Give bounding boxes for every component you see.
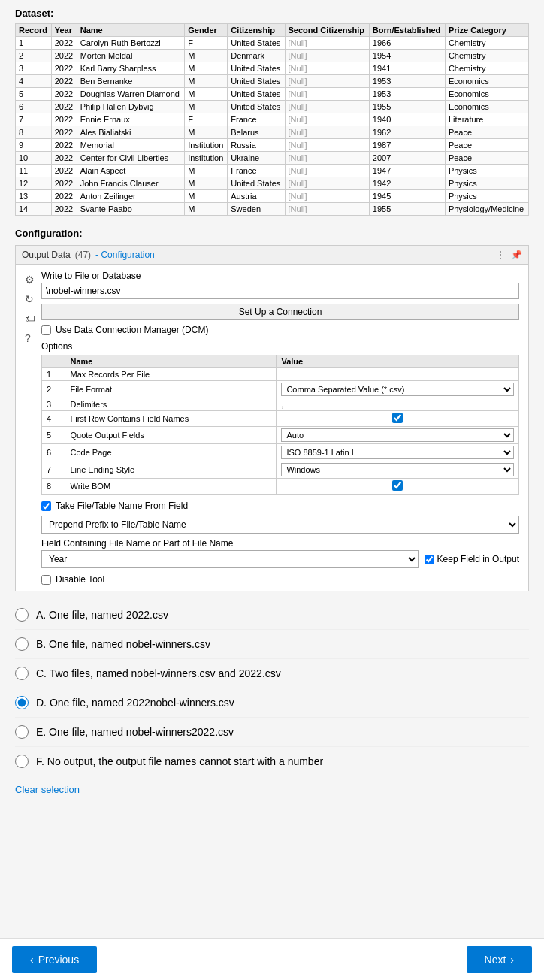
options-select[interactable]: Auto — [281, 428, 514, 442]
prepend-select[interactable]: Prepend Prefix to File/Table Name — [41, 516, 519, 534]
options-checkbox[interactable] — [392, 480, 403, 491]
radio-label[interactable]: B. One file, named nobel-winners.csv — [36, 638, 210, 650]
pin-icon[interactable]: 📌 — [511, 250, 522, 260]
options-row-num: 8 — [42, 479, 65, 495]
dataset-col-header: Prize Category — [445, 24, 528, 37]
take-file-checkbox[interactable] — [41, 501, 51, 511]
table-cell: 11 — [16, 165, 52, 177]
table-row: 22022Morten MeldalMDenmark[Null]1954Chem… — [16, 50, 529, 62]
disable-tool-checkbox[interactable] — [41, 575, 51, 585]
tag-icon[interactable]: 🏷 — [25, 313, 35, 325]
options-row-name: Code Page — [65, 444, 277, 461]
table-cell: United States — [228, 37, 285, 50]
table-cell: [Null] — [285, 37, 369, 50]
options-row-name: Line Ending Style — [65, 461, 277, 479]
options-row-value: ISO 8859-1 Latin I — [277, 444, 519, 461]
options-row-name: Quote Output Fields — [65, 427, 277, 444]
table-cell: Svante Paabo — [77, 203, 185, 216]
options-checkbox[interactable] — [392, 413, 403, 423]
dataset-label: Dataset: — [15, 8, 529, 19]
table-cell: 2022 — [51, 62, 77, 75]
table-cell: [Null] — [285, 50, 369, 62]
table-cell: [Null] — [285, 113, 369, 126]
table-cell: 1955 — [369, 101, 445, 113]
radio-input[interactable] — [15, 696, 29, 709]
settings-icon[interactable]: ⚙ — [25, 274, 35, 286]
clear-selection-link[interactable]: Clear selection — [15, 784, 80, 795]
options-row: 3Delimiters, — [42, 398, 519, 411]
table-cell: Ukraine — [228, 152, 285, 165]
keep-field-checkbox[interactable] — [425, 555, 434, 564]
help-icon[interactable]: ? — [25, 332, 35, 344]
options-row-value — [277, 479, 519, 495]
table-cell: [Null] — [285, 126, 369, 139]
table-cell: M — [185, 165, 228, 177]
refresh-icon[interactable]: ↻ — [25, 293, 35, 305]
radio-label[interactable]: E. One file, named nobel-winners2022.csv — [36, 726, 234, 738]
table-cell: Russia — [228, 139, 285, 152]
table-cell: 14 — [16, 203, 52, 216]
options-select[interactable]: ISO 8859-1 Latin I — [281, 446, 514, 459]
options-select[interactable]: Windows — [281, 463, 514, 476]
take-file-label: Take File/Table Name From Field — [56, 501, 188, 511]
table-cell: [Null] — [285, 139, 369, 152]
radio-option: A. One file, named 2022.csv — [15, 600, 529, 630]
table-cell: [Null] — [285, 190, 369, 203]
radio-label[interactable]: A. One file, named 2022.csv — [36, 609, 168, 621]
table-cell: F — [185, 37, 228, 50]
table-cell: Carolyn Ruth Bertozzi — [77, 37, 185, 50]
table-cell: United States — [228, 75, 285, 88]
setup-connection-button[interactable]: Set Up a Connection — [41, 304, 519, 320]
options-row-num: 2 — [42, 381, 65, 398]
options-row-value: Auto — [277, 427, 519, 444]
options-row: 1Max Records Per File — [42, 368, 519, 381]
table-cell: United States — [228, 88, 285, 101]
field-file-select[interactable]: Year — [41, 550, 419, 568]
table-row: 72022Ennie ErnauxFFrance[Null]1940Litera… — [16, 113, 529, 126]
table-cell: United States — [228, 177, 285, 190]
dataset-col-header: Gender — [185, 24, 228, 37]
table-cell: [Null] — [285, 177, 369, 190]
radio-option: D. One file, named 2022nobel-winners.csv — [15, 688, 529, 718]
options-row: 8Write BOM — [42, 479, 519, 495]
config-panel-config-link[interactable]: - Configuration — [95, 250, 155, 260]
table-cell: Economics — [445, 75, 528, 88]
table-cell: 1966 — [369, 37, 445, 50]
previous-button[interactable]: ‹ Previous — [12, 946, 97, 973]
radio-input[interactable] — [15, 755, 29, 768]
radio-label[interactable]: D. One file, named 2022nobel-winners.csv — [36, 697, 234, 709]
dataset-col-header: Born/Established — [369, 24, 445, 37]
table-cell: Denmark — [228, 50, 285, 62]
table-cell: Peace — [445, 139, 528, 152]
table-cell: United States — [228, 101, 285, 113]
file-path-input[interactable] — [41, 283, 519, 299]
table-cell: 2022 — [51, 88, 77, 101]
table-cell: Literature — [445, 113, 528, 126]
ellipsis-icon[interactable]: ⋮ — [496, 250, 505, 260]
radio-input[interactable] — [15, 725, 29, 739]
radio-input[interactable] — [15, 608, 29, 622]
dataset-col-header: Name — [77, 24, 185, 37]
table-row: 122022John Francis ClauserMUnited States… — [16, 177, 529, 190]
table-cell: Philip Hallen Dybvig — [77, 101, 185, 113]
dcm-checkbox[interactable] — [41, 325, 51, 335]
radio-input[interactable] — [15, 637, 29, 651]
nav-footer: ‹ Previous Next › — [0, 938, 544, 980]
options-select[interactable]: Comma Separated Value (*.csv) — [281, 383, 514, 396]
table-row: 52022Doughlas Warren DiamondMUnited Stat… — [16, 88, 529, 101]
radio-label[interactable]: C. Two files, named nobel-winners.csv an… — [36, 667, 281, 679]
next-button[interactable]: Next › — [467, 946, 532, 973]
dataset-col-header: Record — [16, 24, 52, 37]
table-cell: 1945 — [369, 190, 445, 203]
options-row-name: Max Records Per File — [65, 368, 277, 381]
options-row-num: 1 — [42, 368, 65, 381]
table-cell: 6 — [16, 101, 52, 113]
radio-label[interactable]: F. No output, the output file names cann… — [36, 755, 323, 767]
options-row-name: Delimiters — [65, 398, 277, 411]
table-cell: Austria — [228, 190, 285, 203]
table-cell: France — [228, 113, 285, 126]
radio-input[interactable] — [15, 667, 29, 680]
options-row-value: Windows — [277, 461, 519, 479]
table-cell: 1955 — [369, 203, 445, 216]
table-cell: 2022 — [51, 37, 77, 50]
